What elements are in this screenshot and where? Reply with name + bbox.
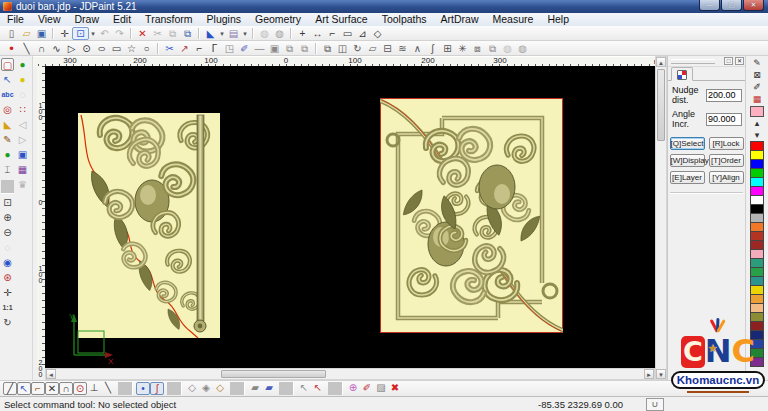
add-node-button[interactable]: + (295, 27, 310, 40)
select-button[interactable]: [Q]Select (670, 137, 705, 150)
scrollbar-thumb[interactable] (221, 370, 326, 378)
offset-rings-tool[interactable]: ◎ (1, 103, 14, 116)
brush-color-icon[interactable]: ✐ (750, 82, 764, 93)
vertical-scrollbar[interactable]: ▲ ▼ (655, 56, 667, 380)
nudge-distance-input[interactable] (706, 89, 742, 102)
horizontal-scrollbar[interactable]: ◄ ► (45, 368, 655, 380)
layer-button[interactable]: [E]Layer (670, 171, 705, 184)
circular-array-button[interactable]: ✳ (455, 42, 470, 55)
scroll-right-arrow[interactable]: ► (644, 369, 654, 379)
copy-relief-button[interactable]: ▨ (374, 382, 388, 395)
dashed-rect-button[interactable]: ▭ (340, 27, 355, 40)
fit-curve-button[interactable]: ∧ (410, 42, 425, 55)
grid-list-button[interactable]: ▦ (16, 163, 29, 176)
caliper-tool[interactable]: ⌶ (1, 163, 14, 176)
menu-file[interactable]: File (0, 13, 31, 26)
edit-relief-button[interactable]: ✐ (360, 382, 374, 395)
shield-filled2-icon[interactable]: ◍ (515, 42, 530, 55)
point-tool-button[interactable]: • (4, 42, 19, 55)
fill-color-dropdown[interactable]: ▾ (218, 27, 226, 40)
ellipse-tool-button[interactable]: ○ (91, 42, 113, 55)
menu-help[interactable]: Help (540, 13, 576, 26)
menu-view[interactable]: View (31, 13, 68, 26)
circle-tool-button[interactable]: ○ (139, 42, 154, 55)
join-tool-button[interactable]: — (252, 42, 267, 55)
titlebar[interactable]: duoi ban.jdp - JDPaint 5.21 —▢✕ (0, 0, 768, 13)
pick-delete-button[interactable]: ↖ (311, 382, 325, 395)
display-button[interactable]: [W]Display (670, 154, 705, 167)
current-color-swatch[interactable] (750, 106, 764, 117)
close-button[interactable]: ✕ (743, 0, 764, 11)
group-button[interactable]: ⧈ (470, 42, 485, 55)
fillet-tool-button[interactable]: ⌐ (192, 42, 207, 55)
trim-tool-button[interactable]: ✂ (162, 42, 177, 55)
node-edit-tool[interactable]: ↖ (1, 73, 14, 86)
panel-maximize-button[interactable]: □ (724, 57, 733, 65)
arc-tool-button[interactable]: ∩ (34, 42, 49, 55)
star-tool-button[interactable]: ☆ (124, 42, 139, 55)
zoom-all-tool[interactable]: ⊛ (1, 271, 14, 284)
menu-edit[interactable]: Edit (106, 13, 138, 26)
offset-tool-button[interactable]: ✐ (237, 42, 252, 55)
relief-brush-button[interactable]: ▰ (262, 382, 276, 395)
render-wire-button[interactable]: ◇ (213, 382, 227, 395)
bell-icon[interactable]: ● (1, 148, 14, 161)
render-flat-button[interactable]: ◇ (185, 382, 199, 395)
fill-color-button[interactable]: ◣ (203, 27, 218, 40)
line-tool-button[interactable]: ╲ (19, 42, 34, 55)
pen-color-icon[interactable]: ✎ (750, 58, 764, 69)
zoom-in-tool[interactable]: ⊕ (1, 211, 14, 224)
shield-outline-icon[interactable]: ◍ (257, 27, 272, 40)
prev-page-button[interactable]: ◁ (16, 118, 29, 131)
region-select-button[interactable]: ◇ (370, 27, 385, 40)
snap-corner-toggle[interactable]: ⌐ (31, 382, 45, 395)
menu-draw[interactable]: Draw (68, 13, 107, 26)
align-button[interactable]: [Y]Align (709, 171, 744, 184)
move-tool-button[interactable]: ✛ (57, 27, 72, 40)
new-file-button[interactable]: ▯ (4, 27, 19, 40)
select-tool-button[interactable]: ⊡ (72, 27, 89, 40)
scroll-up-arrow[interactable]: ▲ (656, 57, 666, 67)
pattern-color-icon[interactable]: ▦ (750, 94, 764, 105)
snap-intersection-toggle[interactable]: ✕ (45, 382, 59, 395)
add-relief-button[interactable]: ⊕ (346, 382, 360, 395)
menu-plugins[interactable]: Plugins (200, 13, 248, 26)
polygon-tool-button[interactable]: ▷ (64, 42, 79, 55)
stamp-dropdown[interactable]: ▾ (241, 27, 249, 40)
paste-small-button[interactable]: ⧉ (297, 42, 312, 55)
corner-rect-tool-button[interactable]: ◳ (222, 42, 237, 55)
extend-tool-button[interactable]: ↗ (177, 42, 192, 55)
panel-titlebar[interactable]: □ ✕ (668, 56, 745, 67)
menu-transform[interactable]: Transform (138, 13, 199, 26)
array-button[interactable]: ≋ (395, 42, 410, 55)
scroll-down-arrow[interactable]: ▼ (656, 369, 666, 379)
snap-perpendicular-toggle[interactable]: ⊥ (87, 382, 101, 395)
pick-cursor-button[interactable]: ↖ (297, 382, 311, 395)
outline-tool-button[interactable]: ▣ (267, 42, 282, 55)
snap-node-toggle[interactable]: ↖ (17, 382, 31, 395)
panel-close-button[interactable]: ✕ (735, 57, 744, 65)
left-relief-artwork[interactable] (78, 113, 220, 340)
zoom-previous-tool[interactable]: ◌ (1, 241, 14, 254)
zoom-actual-tool[interactable]: 1:1 (1, 301, 14, 314)
view-3d-button[interactable]: ▣ (16, 148, 29, 161)
ungroup-button[interactable]: ⧉ (485, 42, 500, 55)
zoom-out-tool[interactable]: ⊖ (1, 226, 14, 239)
right-relief-artwork[interactable] (380, 98, 563, 335)
copy-small-button[interactable]: ⧉ (282, 42, 297, 55)
menu-measure[interactable]: Measure (486, 13, 541, 26)
menu-toolpaths[interactable]: Toolpaths (375, 13, 434, 26)
rotate-button[interactable]: ↻ (350, 42, 365, 55)
scroll-left-arrow[interactable]: ◄ (46, 369, 56, 379)
smooth-brush-button[interactable]: ▰ (248, 382, 262, 395)
lock-button[interactable]: [R]Lock (709, 137, 744, 150)
menu-geometry[interactable]: Geometry (248, 13, 308, 26)
layer-current-icon[interactable]: ● (16, 73, 29, 86)
drawing-canvas[interactable]: Y X (45, 66, 655, 368)
transform-tab[interactable] (671, 67, 693, 81)
delete-button[interactable]: ✕ (135, 27, 150, 40)
snap-tangent-toggle[interactable]: ╲ (101, 382, 115, 395)
redo-button[interactable]: ↷ (112, 27, 127, 40)
palette-dropdown[interactable]: ▾ (750, 130, 764, 141)
align-objects-button[interactable]: ⊟ (380, 42, 395, 55)
